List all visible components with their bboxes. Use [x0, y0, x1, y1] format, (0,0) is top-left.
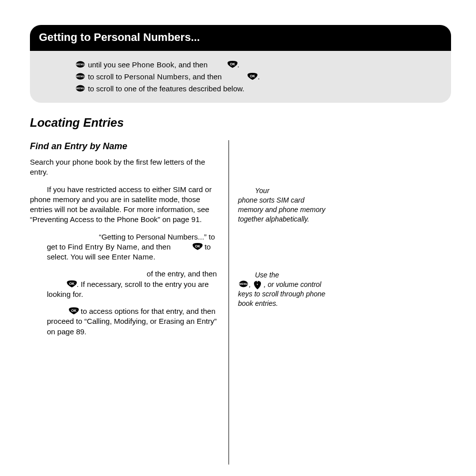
svg-text:MENU: MENU: [239, 282, 247, 285]
svg-text:MENU: MENU: [76, 87, 84, 90]
text: , and then: [137, 242, 173, 251]
menu-icon: MENU: [238, 280, 248, 288]
arrows-icon: ˄˅: [253, 280, 263, 288]
two-column-layout: Find an Entry by Name Search your phone …: [30, 140, 451, 465]
note-paragraph: If you have restricted access to either …: [30, 185, 220, 225]
sub-heading: Find an Entry by Name: [30, 140, 220, 152]
step-3: MENU to scroll to one of the features de…: [75, 84, 442, 94]
intro-paragraph: Search your phone book by the first few …: [30, 157, 220, 178]
text: , and then: [189, 72, 224, 81]
ok-icon: OK: [247, 73, 257, 81]
ok-icon: OK: [227, 61, 237, 69]
tip-first-line: Use the: [238, 270, 328, 280]
ok-icon: OK: [192, 243, 202, 251]
text: to scroll to: [86, 72, 124, 81]
lcd-text: Find Entry By Name: [68, 242, 138, 251]
svg-text:OK: OK: [195, 244, 200, 247]
text: until you see: [86, 60, 132, 69]
step-paragraph-2: of the entry, and then OK . If necessary…: [30, 269, 220, 299]
page: Getting to Personal Numbers... MENU unti…: [0, 0, 476, 465]
menu-icon: MENU: [75, 73, 85, 81]
svg-text:OK: OK: [230, 62, 235, 65]
procedure-box: Getting to Personal Numbers... MENU unti…: [30, 25, 451, 103]
svg-text:˅: ˅: [256, 283, 258, 287]
text: .: [153, 252, 155, 261]
menu-icon: MENU: [75, 85, 85, 93]
lcd-text: Enter Name: [112, 252, 153, 261]
procedure-steps: MENU until you see Phone Book, and then …: [30, 51, 451, 103]
svg-text:MENU: MENU: [76, 63, 84, 66]
svg-text:OK: OK: [250, 74, 255, 77]
tip-first-line: Your: [238, 186, 328, 196]
tip-note-2: Use the MENU , ˄˅ , or volume control ke…: [238, 270, 328, 308]
section-heading: Locating Entries: [30, 115, 451, 131]
ok-icon: OK: [66, 280, 76, 288]
lcd-text: Phone Book: [132, 60, 175, 69]
text: ,: [249, 280, 253, 288]
step-paragraph-3: OK to access options for that entry, and…: [30, 306, 220, 337]
svg-text:MENU: MENU: [76, 75, 84, 78]
lcd-text: Personal Numbers: [124, 72, 189, 81]
procedure-title: Getting to Personal Numbers...: [30, 25, 451, 51]
text: of the entry, and then: [145, 269, 217, 278]
step-1: MENU until you see Phone Book, and then …: [75, 60, 442, 70]
menu-icon: MENU: [75, 61, 85, 69]
step-paragraph-1: “Getting to Personal Numbers...” to get …: [30, 232, 220, 262]
svg-text:OK: OK: [69, 281, 74, 285]
ok-icon: OK: [68, 307, 78, 315]
step-2: MENU to scroll to Personal Numbers, and …: [75, 72, 442, 82]
left-column: Find an Entry by Name Search your phone …: [30, 140, 229, 344]
tip-note-1: Your phone sorts SIM card memory and pho…: [238, 186, 328, 224]
text: , and then: [174, 60, 210, 69]
svg-text:OK: OK: [71, 309, 76, 312]
right-column: Your phone sorts SIM card memory and pho…: [229, 140, 328, 465]
text: to scroll to one of the features describ…: [86, 84, 244, 93]
tip-body: phone sorts SIM card memory and phone me…: [238, 196, 325, 223]
